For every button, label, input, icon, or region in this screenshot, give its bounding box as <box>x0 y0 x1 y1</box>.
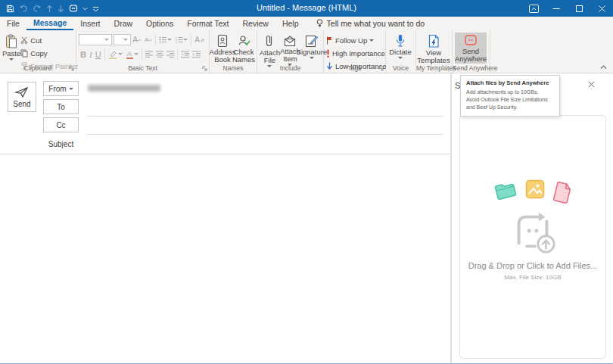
ribbon-group-my-templates: View Templates My Templates <box>416 30 453 73</box>
save-icon[interactable] <box>6 0 14 17</box>
image-file-icon <box>525 179 545 199</box>
grow-font-button[interactable]: A <box>131 34 143 45</box>
tell-me-label: Tell me what you want to do <box>327 19 425 28</box>
tooltip-line-1: Add attachments up to 10GBs. <box>466 89 554 96</box>
maximize-button[interactable] <box>568 0 590 17</box>
tell-me-box[interactable]: Tell me what you want to do <box>316 17 425 30</box>
high-importance-icon <box>326 49 330 58</box>
ribbon-group-voice: Dictate Voice <box>386 30 416 73</box>
window-controls <box>522 0 613 17</box>
folder-icon <box>493 180 518 201</box>
tooltip-title: Attach files by Send Anywhere <box>466 79 554 86</box>
clipboard-dialog-launcher-icon[interactable] <box>69 66 74 71</box>
ribbon-display-options-icon[interactable] <box>522 0 545 17</box>
cc-input-underline[interactable] <box>87 134 443 135</box>
text-highlight-button[interactable] <box>107 48 124 60</box>
subject-label: Subject <box>43 140 79 148</box>
high-importance-button[interactable]: High Importance <box>326 48 387 58</box>
cut-button[interactable]: Cut <box>20 35 78 45</box>
paste-button[interactable]: Paste <box>2 33 20 61</box>
check-names-button[interactable]: Check Names <box>233 33 254 64</box>
dictate-button[interactable]: Dictate <box>388 33 412 59</box>
decrease-indent-button[interactable] <box>179 48 191 60</box>
to-input-underline[interactable] <box>87 116 443 117</box>
send-anywhere-qat-icon[interactable] <box>69 0 78 17</box>
tab-format-text[interactable]: Format Text <box>180 17 235 30</box>
tab-draw[interactable]: Draw <box>107 17 140 30</box>
send-anywhere-group-label: Send Anywhere <box>453 64 490 72</box>
attach-file-button[interactable]: Attach File <box>260 33 280 67</box>
ribbon: Paste Cut Copy Format Painter Clipboard <box>0 30 613 73</box>
qat-dropdown-icon[interactable] <box>82 0 88 17</box>
copy-icon <box>20 49 28 58</box>
numbering-button[interactable] <box>173 34 189 45</box>
from-button[interactable]: From <box>43 81 79 96</box>
tab-help[interactable]: Help <box>275 17 306 30</box>
drop-zone-limit: Max. File Size: 10GB <box>504 274 561 281</box>
bold-button[interactable]: B <box>79 48 88 60</box>
numbering-dropdown-icon <box>183 39 188 41</box>
tags-group-label: Tags <box>324 64 385 72</box>
ribbon-group-names: Address Book Check Names Names <box>210 30 257 73</box>
svg-text:A: A <box>127 50 132 58</box>
basic-text-group-label: Basic Text <box>76 64 209 72</box>
underline-button[interactable]: U <box>94 48 103 60</box>
address-book-icon <box>216 34 229 48</box>
next-item-icon <box>58 0 64 17</box>
basic-text-dialog-launcher-icon[interactable] <box>202 66 207 71</box>
send-anywhere-button[interactable]: Send Anywhere <box>455 33 487 64</box>
tab-review[interactable]: Review <box>236 17 275 30</box>
dictate-dropdown-icon[interactable] <box>398 57 403 59</box>
align-left-button[interactable] <box>144 48 154 60</box>
align-center-button[interactable] <box>154 48 165 60</box>
address-book-button[interactable]: Address Book <box>212 33 233 64</box>
tags-dialog-launcher-icon[interactable] <box>378 66 384 71</box>
customize-quick-access-toolbar-icon[interactable] <box>92 0 99 17</box>
bullets-button[interactable] <box>157 34 173 45</box>
collapse-ribbon-icon[interactable] <box>600 65 607 70</box>
send-anywhere-tooltip: Attach files by Send Anywhere Add attach… <box>460 75 560 117</box>
increase-indent-button[interactable] <box>191 48 202 60</box>
send-button[interactable]: Send <box>8 82 36 112</box>
follow-up-button[interactable]: Follow Up <box>326 35 387 45</box>
redo-icon <box>33 0 42 17</box>
to-button[interactable]: To <box>43 99 79 114</box>
highlight-dropdown-icon <box>118 53 123 55</box>
font-name-combo[interactable] <box>79 34 112 45</box>
paperclip-icon <box>265 34 274 48</box>
undo-icon <box>19 0 28 17</box>
signature-button[interactable]: Signature <box>300 33 323 59</box>
send-icon <box>14 86 30 98</box>
quick-access-toolbar <box>0 0 99 17</box>
attach-item-icon <box>282 34 297 47</box>
from-address-redacted <box>88 85 160 92</box>
font-color-button[interactable]: A <box>124 48 140 60</box>
font-size-combo[interactable] <box>114 34 132 45</box>
my-templates-group-label: My Templates <box>416 64 452 72</box>
signature-dropdown-icon[interactable] <box>310 57 314 59</box>
pane-close-icon[interactable] <box>588 81 595 88</box>
send-anywhere-icon <box>463 34 478 47</box>
minimize-button[interactable] <box>545 0 568 17</box>
drop-zone-text: Drag & Drop or Click to Add Files... <box>468 261 598 270</box>
shrink-font-button[interactable]: A <box>143 34 154 45</box>
send-anywhere-pane: Send Anywhere Attach files by Send Anywh… <box>451 73 613 364</box>
tab-message[interactable]: Message <box>26 17 73 30</box>
file-drop-zone[interactable]: Drag & Drop or Click to Add Files... Max… <box>459 115 606 359</box>
tooltip-line-2: Avoid Outlook File Size Limitations <box>466 96 554 104</box>
align-right-button[interactable] <box>165 48 176 60</box>
paste-dropdown-icon[interactable] <box>9 58 14 61</box>
outlook-message-window: Untitled - Message (HTML) File Message I… <box>0 0 613 364</box>
send-anywhere-logo-icon <box>509 208 557 255</box>
view-templates-button[interactable]: View Templates <box>419 33 449 64</box>
close-button[interactable] <box>590 0 613 17</box>
ribbon-tab-bar: File Message Insert Draw Options Format … <box>0 17 613 30</box>
tab-insert[interactable]: Insert <box>73 17 107 30</box>
tab-options[interactable]: Options <box>139 17 180 30</box>
cc-button[interactable]: Cc <box>43 117 79 132</box>
copy-button[interactable]: Copy <box>20 48 78 58</box>
message-body[interactable] <box>0 154 450 364</box>
italic-button[interactable]: I <box>88 48 94 60</box>
tab-file[interactable]: File <box>0 17 26 30</box>
clear-formatting-button[interactable]: A <box>193 34 206 45</box>
